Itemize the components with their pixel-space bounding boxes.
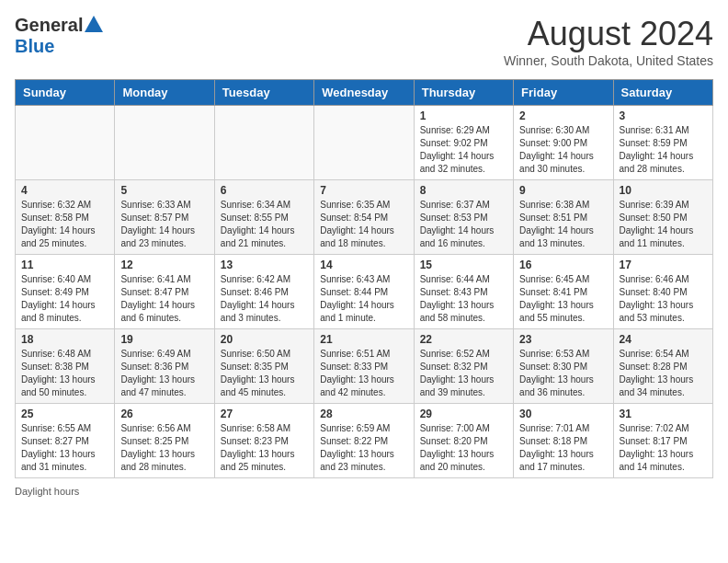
calendar-cell: 4Sunrise: 6:32 AM Sunset: 8:58 PM Daylig… bbox=[16, 180, 115, 255]
calendar-cell: 25Sunrise: 6:55 AM Sunset: 8:27 PM Dayli… bbox=[16, 404, 115, 478]
calendar-week-row: 11Sunrise: 6:40 AM Sunset: 8:49 PM Dayli… bbox=[16, 255, 713, 329]
day-number: 11 bbox=[21, 259, 108, 271]
day-info: Sunrise: 6:44 AM Sunset: 8:43 PM Dayligh… bbox=[420, 273, 507, 325]
calendar-cell: 8Sunrise: 6:37 AM Sunset: 8:53 PM Daylig… bbox=[414, 180, 513, 255]
calendar-cell: 13Sunrise: 6:42 AM Sunset: 8:46 PM Dayli… bbox=[214, 255, 313, 329]
calendar-week-row: 18Sunrise: 6:48 AM Sunset: 8:38 PM Dayli… bbox=[16, 329, 713, 404]
day-info: Sunrise: 6:34 AM Sunset: 8:55 PM Dayligh… bbox=[221, 199, 308, 250]
logo-blue-text: Blue bbox=[15, 36, 54, 57]
title-area: August 2024 Winner, South Dakota, United… bbox=[504, 15, 713, 68]
calendar-cell: 7Sunrise: 6:35 AM Sunset: 8:54 PM Daylig… bbox=[314, 180, 414, 255]
calendar-cell: 31Sunrise: 7:02 AM Sunset: 8:17 PM Dayli… bbox=[613, 404, 712, 478]
day-info: Sunrise: 6:32 AM Sunset: 8:58 PM Dayligh… bbox=[21, 199, 108, 250]
calendar-day-header: Wednesday bbox=[314, 80, 414, 106]
day-number: 18 bbox=[21, 333, 108, 346]
day-info: Sunrise: 6:54 AM Sunset: 8:28 PM Dayligh… bbox=[620, 348, 707, 399]
day-info: Sunrise: 6:55 AM Sunset: 8:27 PM Dayligh… bbox=[21, 422, 108, 474]
calendar-day-header: Monday bbox=[115, 80, 214, 106]
day-number: 7 bbox=[320, 184, 407, 197]
daylight-hours-label: Daylight hours bbox=[15, 486, 79, 497]
day-number: 1 bbox=[420, 109, 507, 122]
day-info: Sunrise: 6:53 AM Sunset: 8:30 PM Dayligh… bbox=[519, 348, 607, 399]
day-info: Sunrise: 6:35 AM Sunset: 8:54 PM Dayligh… bbox=[320, 199, 407, 250]
month-year-title: August 2024 bbox=[504, 15, 713, 53]
day-number: 22 bbox=[420, 333, 507, 346]
day-number: 15 bbox=[420, 259, 507, 271]
day-number: 28 bbox=[320, 408, 407, 420]
day-number: 26 bbox=[120, 408, 208, 420]
day-info: Sunrise: 7:01 AM Sunset: 8:18 PM Dayligh… bbox=[519, 422, 607, 474]
calendar-week-row: 4Sunrise: 6:32 AM Sunset: 8:58 PM Daylig… bbox=[16, 180, 713, 255]
day-number: 14 bbox=[320, 259, 407, 271]
day-number: 9 bbox=[519, 184, 607, 197]
day-info: Sunrise: 6:45 AM Sunset: 8:41 PM Dayligh… bbox=[519, 273, 607, 325]
calendar-day-header: Tuesday bbox=[214, 80, 313, 106]
day-info: Sunrise: 6:41 AM Sunset: 8:47 PM Dayligh… bbox=[120, 273, 208, 325]
logo: General Blue bbox=[15, 15, 103, 57]
day-info: Sunrise: 6:59 AM Sunset: 8:22 PM Dayligh… bbox=[320, 422, 407, 474]
calendar-cell: 2Sunrise: 6:30 AM Sunset: 9:00 PM Daylig… bbox=[514, 106, 613, 180]
day-info: Sunrise: 6:56 AM Sunset: 8:25 PM Dayligh… bbox=[120, 422, 208, 474]
day-number: 30 bbox=[519, 408, 607, 420]
calendar-cell: 17Sunrise: 6:46 AM Sunset: 8:40 PM Dayli… bbox=[613, 255, 712, 329]
calendar-cell: 14Sunrise: 6:43 AM Sunset: 8:44 PM Dayli… bbox=[314, 255, 414, 329]
day-info: Sunrise: 6:46 AM Sunset: 8:40 PM Dayligh… bbox=[620, 273, 707, 325]
calendar-cell: 3Sunrise: 6:31 AM Sunset: 8:59 PM Daylig… bbox=[613, 106, 712, 180]
day-info: Sunrise: 6:29 AM Sunset: 9:02 PM Dayligh… bbox=[420, 124, 507, 176]
day-info: Sunrise: 6:48 AM Sunset: 8:38 PM Dayligh… bbox=[21, 348, 108, 399]
calendar-cell: 18Sunrise: 6:48 AM Sunset: 8:38 PM Dayli… bbox=[16, 329, 115, 404]
day-number: 31 bbox=[620, 408, 707, 420]
footer-note: Daylight hours bbox=[15, 486, 713, 497]
calendar-cell: 11Sunrise: 6:40 AM Sunset: 8:49 PM Dayli… bbox=[16, 255, 115, 329]
day-number: 12 bbox=[120, 259, 208, 271]
day-info: Sunrise: 6:30 AM Sunset: 9:00 PM Dayligh… bbox=[519, 124, 607, 176]
day-number: 25 bbox=[21, 408, 108, 420]
day-number: 3 bbox=[620, 109, 707, 122]
calendar-cell: 19Sunrise: 6:49 AM Sunset: 8:36 PM Dayli… bbox=[115, 329, 214, 404]
day-number: 13 bbox=[221, 259, 308, 271]
calendar-cell: 23Sunrise: 6:53 AM Sunset: 8:30 PM Dayli… bbox=[514, 329, 613, 404]
day-info: Sunrise: 6:31 AM Sunset: 8:59 PM Dayligh… bbox=[620, 124, 707, 176]
calendar-cell: 9Sunrise: 6:38 AM Sunset: 8:51 PM Daylig… bbox=[514, 180, 613, 255]
day-number: 6 bbox=[221, 184, 308, 197]
day-number: 5 bbox=[120, 184, 208, 197]
calendar-cell: 1Sunrise: 6:29 AM Sunset: 9:02 PM Daylig… bbox=[414, 106, 513, 180]
calendar-day-header: Thursday bbox=[414, 80, 513, 106]
day-info: Sunrise: 6:50 AM Sunset: 8:35 PM Dayligh… bbox=[221, 348, 308, 399]
day-number: 27 bbox=[221, 408, 308, 420]
day-info: Sunrise: 6:37 AM Sunset: 8:53 PM Dayligh… bbox=[420, 199, 507, 250]
location-subtitle: Winner, South Dakota, United States bbox=[504, 53, 713, 68]
calendar-cell: 26Sunrise: 6:56 AM Sunset: 8:25 PM Dayli… bbox=[115, 404, 214, 478]
calendar-cell: 28Sunrise: 6:59 AM Sunset: 8:22 PM Dayli… bbox=[314, 404, 414, 478]
day-info: Sunrise: 6:52 AM Sunset: 8:32 PM Dayligh… bbox=[420, 348, 507, 399]
day-info: Sunrise: 7:00 AM Sunset: 8:20 PM Dayligh… bbox=[420, 422, 507, 474]
calendar-cell bbox=[115, 106, 214, 180]
day-info: Sunrise: 6:38 AM Sunset: 8:51 PM Dayligh… bbox=[519, 199, 607, 250]
day-number: 2 bbox=[519, 109, 607, 122]
day-number: 20 bbox=[221, 333, 308, 346]
header: General Blue August 2024 Winner, South D… bbox=[15, 15, 713, 68]
day-number: 16 bbox=[519, 259, 607, 271]
day-number: 24 bbox=[620, 333, 707, 346]
day-number: 19 bbox=[120, 333, 208, 346]
day-number: 21 bbox=[320, 333, 407, 346]
calendar-cell: 5Sunrise: 6:33 AM Sunset: 8:57 PM Daylig… bbox=[115, 180, 214, 255]
logo-triangle-icon bbox=[85, 16, 103, 32]
calendar-cell: 20Sunrise: 6:50 AM Sunset: 8:35 PM Dayli… bbox=[214, 329, 313, 404]
day-number: 10 bbox=[620, 184, 707, 197]
day-info: Sunrise: 6:39 AM Sunset: 8:50 PM Dayligh… bbox=[620, 199, 707, 250]
day-info: Sunrise: 6:40 AM Sunset: 8:49 PM Dayligh… bbox=[21, 273, 108, 325]
calendar-cell bbox=[214, 106, 313, 180]
calendar-cell: 12Sunrise: 6:41 AM Sunset: 8:47 PM Dayli… bbox=[115, 255, 214, 329]
calendar-week-row: 25Sunrise: 6:55 AM Sunset: 8:27 PM Dayli… bbox=[16, 404, 713, 478]
calendar-cell bbox=[314, 106, 414, 180]
day-info: Sunrise: 6:42 AM Sunset: 8:46 PM Dayligh… bbox=[221, 273, 308, 325]
day-number: 29 bbox=[420, 408, 507, 420]
day-number: 8 bbox=[420, 184, 507, 197]
calendar-day-header: Sunday bbox=[16, 80, 115, 106]
calendar-cell: 16Sunrise: 6:45 AM Sunset: 8:41 PM Dayli… bbox=[514, 255, 613, 329]
day-info: Sunrise: 6:51 AM Sunset: 8:33 PM Dayligh… bbox=[320, 348, 407, 399]
calendar-cell: 29Sunrise: 7:00 AM Sunset: 8:20 PM Dayli… bbox=[414, 404, 513, 478]
logo-general-text: General bbox=[15, 15, 83, 36]
calendar-cell: 30Sunrise: 7:01 AM Sunset: 8:18 PM Dayli… bbox=[514, 404, 613, 478]
